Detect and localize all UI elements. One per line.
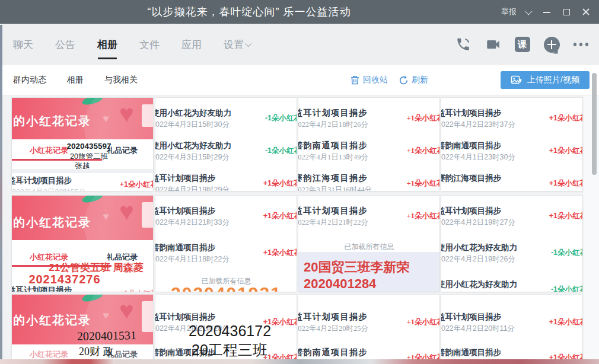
- photo-item-title: 益耳计划项目捐步: [12, 175, 117, 187]
- leaf-icon: [81, 98, 104, 107]
- tab-settings[interactable]: 设置: [224, 38, 251, 52]
- photo-item: 善韵南通项目捐步+1朵小红花2022年4月1日23时30分: [441, 140, 582, 163]
- subtab-albums[interactable]: 相册: [67, 75, 84, 85]
- tab-settings-label: 设置: [224, 38, 244, 52]
- window-title: “以步撷花来，春叶绽心间” 乐一公益活动: [0, 0, 498, 24]
- flower-delta-label: -1朵小红花: [265, 146, 297, 156]
- upload-photo-video-button[interactable]: 上传照片/视频: [501, 71, 590, 89]
- banner-title: 的小红花记录: [13, 113, 91, 129]
- photo-card[interactable]: 的小红花记录♥♥小红花记录礼品记录202043559720旅管二班张越益耳计划项…: [12, 98, 153, 191]
- tab-files[interactable]: 文件: [139, 38, 160, 52]
- photo-item: 善韵南通项目捐步+1朵小红花: [441, 347, 582, 359]
- course-icon-label: 课: [518, 39, 527, 50]
- recycle-bin-button[interactable]: 回收站: [350, 75, 388, 85]
- tab-announcement[interactable]: 公告: [55, 38, 75, 52]
- flower-delta-label: +1朵小红花: [549, 211, 582, 221]
- flower-delta-label: +1朵小红花: [263, 178, 297, 189]
- recycle-bin-label: 回收站: [363, 75, 388, 85]
- photo-content: 益耳计划项目捐步+1朵小红花2022年4月2日21时33分善韵南通项目捐步+1朵…: [155, 196, 297, 292]
- background-window-edge: [0, 25, 2, 364]
- flower-delta-label: +1朵小红花: [263, 211, 297, 221]
- photo-item: 益耳计划项目捐步+1朵小红花2022年4月2日20时25分: [298, 311, 439, 334]
- flower-delta-label: +1朵小红花: [549, 113, 582, 123]
- leaf-icon: [81, 295, 104, 304]
- trash-icon: [350, 75, 360, 85]
- close-button[interactable]: [581, 7, 591, 17]
- flower-delta-label: +1朵小红花: [263, 248, 297, 258]
- photo-card[interactable]: 的小红花记录♥♥2020401531小红花记录礼品记录20财 政: [12, 295, 153, 364]
- flower-delta-label: +1朵小红花: [407, 211, 439, 221]
- heart-icon: ♥: [103, 211, 109, 222]
- tab-apps[interactable]: 应用: [181, 38, 202, 52]
- subtab-group-feed[interactable]: 群内动态: [13, 75, 46, 85]
- refresh-label: 刷新: [412, 75, 428, 85]
- flower-delta-label: +1朵小红花: [407, 178, 439, 189]
- photo-content: 益耳计划项目捐步+1朵小红花2022年4月2日21时22分已加载所有信息20国贸…: [298, 196, 439, 292]
- student-id-overlay: 2020401931: [155, 283, 297, 292]
- photo-content: 益耳计划项目捐步+1朵小红花2022年4月2日21时28分善韵南通项目捐步+1朵…: [155, 295, 297, 364]
- report-button[interactable]: 举报: [501, 7, 517, 17]
- background-window-sliver: [0, 359, 599, 364]
- flower-record-banner: 的小红花记录♥♥: [12, 196, 153, 240]
- student-class-overlay: 20财 政: [79, 344, 114, 359]
- scrollbar-thumb[interactable]: [592, 73, 597, 175]
- flower-delta-label: +1朵小红花: [549, 178, 582, 189]
- photo-item: 益耳计划项目捐步+1朵小红花2022年4月2日18时26分: [298, 107, 439, 130]
- minimize-button[interactable]: [542, 7, 552, 17]
- photo-content: 使用小红花为好友助力-1朵小红花2022年4月3日15时30分使用小红花为好友助…: [155, 98, 297, 191]
- flower-delta-label: +1朵小红花: [120, 289, 153, 292]
- photo-item: 益耳计划项目捐步+1朵小红花2022年4月2日23时37分: [441, 107, 582, 130]
- photo-card[interactable]: 益耳计划项目捐步+1朵小红花2022年4月2日21时22分已加载所有信息20国贸…: [298, 196, 439, 292]
- heart-icon: ♥: [119, 199, 134, 224]
- chevron-down-icon: [245, 40, 251, 47]
- voice-call-icon[interactable]: [455, 37, 471, 52]
- heart-icon: ♥: [103, 113, 109, 124]
- photo-card[interactable]: 益耳计划项目捐步+1朵小红花2022年4月2日20时11分善韵南通项目捐步+1朵…: [441, 295, 582, 364]
- photo-card[interactable]: 益耳计划项目捐步+1朵小红花2022年4月2日23时37分善韵南通项目捐步+1朵…: [441, 98, 582, 191]
- photo-card[interactable]: 益耳计划项目捐步+1朵小红花2022年4月2日19时27分使用小红花为好友助力-…: [441, 196, 582, 292]
- photo-item: 益耳计划项目捐步+1朵小红花2022年4月2日19时29分: [155, 173, 297, 191]
- header-icons: 课: [455, 24, 589, 65]
- photo-item: 益耳计划项目捐步+1朵小红花2022年4月2日21时22分: [298, 205, 439, 228]
- photo-item: 使用小红花为好友助力-1朵小红花2022年4月3日15时29分: [155, 140, 297, 163]
- add-icon[interactable]: [544, 37, 560, 53]
- photo-card[interactable]: 益耳计划项目捐步+1朵小红花2022年4月2日20时25分善韵南通项目捐步+1朵…: [298, 295, 439, 364]
- photo-item: 善韵南通项目捐步+1朵小红花2022年4月1日13时49分: [298, 140, 439, 163]
- maximize-button[interactable]: [562, 7, 571, 17]
- photo-content: 益耳计划项目捐步+1朵小红花2022年4月2日20时11分善韵南通项目捐步+1朵…: [441, 295, 582, 364]
- flower-delta-label: -1朵小红花: [265, 113, 297, 123]
- photo-item: 赛韵江海项目捐步+1朵小红花: [441, 173, 582, 184]
- record-tab[interactable]: 小红花记录: [30, 349, 68, 360]
- album-toolbar: 群内动态 相册 与我相关 回收站 刷新: [0, 65, 599, 95]
- scrollbar-track[interactable]: [584, 95, 599, 364]
- course-icon[interactable]: 课: [515, 37, 530, 52]
- upload-photo-icon: [511, 75, 522, 85]
- photo-grid: 的小红花记录♥♥小红花记录礼品记录202043559720旅管二班张越益耳计划项…: [0, 95, 599, 364]
- photo-card[interactable]: 益耳计划项目捐步+1朵小红花2022年4月2日21时28分善韵南通项目捐步+1朵…: [155, 295, 297, 364]
- tab-album[interactable]: 相册: [97, 38, 117, 52]
- photo-item: 益耳计划项目捐步+1朵小红花2022年4月2日21时33分: [155, 205, 297, 228]
- photo-card[interactable]: 的小红花记录♥♥小红花记录礼品记录21公管类五班 周森菱2021437276益耳…: [12, 196, 153, 292]
- flower-delta-label: +1朵小红花: [407, 317, 439, 327]
- photo-card[interactable]: 使用小红花为好友助力-1朵小红花2022年4月3日15时30分使用小红花为好友助…: [155, 98, 297, 191]
- chevron-down-icon[interactable]: [525, 7, 533, 15]
- flower-delta-label: +1朵小红花: [407, 113, 439, 123]
- subtab-related-to-me[interactable]: 与我相关: [104, 75, 138, 85]
- photo-card[interactable]: 益耳计划项目捐步+1朵小红花2022年4月2日21时33分善韵南通项目捐步+1朵…: [155, 196, 297, 292]
- gift-icon: [142, 301, 153, 332]
- student-name-overlay: 20国贸三班李新荣2020401284: [298, 252, 439, 292]
- refresh-button[interactable]: 刷新: [399, 75, 428, 85]
- photo-item: 使用小红花为好友助力-1朵小红花2022年4月2日19时26分: [441, 242, 582, 265]
- photo-card[interactable]: 益耳计划项目捐步+1朵小红花2022年4月2日18时26分善韵南通项目捐步+1朵…: [298, 98, 439, 191]
- flower-delta-label: -1朵小红花: [551, 248, 582, 258]
- more-icon[interactable]: [573, 43, 589, 46]
- photo-content: 益耳计划项目捐步+1朵小红花2022年4月2日18时26分善韵南通项目捐步+1朵…: [298, 98, 439, 191]
- tab-chat[interactable]: 聊天: [13, 38, 33, 52]
- photo-item: 赛韵江海项目捐步+1朵小红花2022年3月31日16时44分: [298, 173, 439, 191]
- student-id-text: 2020435597: [51, 142, 127, 151]
- video-call-icon[interactable]: [485, 37, 501, 52]
- window-controls: 举报: [501, 0, 591, 24]
- photo-item-title: 益耳计划项目捐步: [12, 285, 117, 292]
- heart-icon: ♥: [103, 310, 109, 321]
- active-tab-underline: [12, 159, 102, 161]
